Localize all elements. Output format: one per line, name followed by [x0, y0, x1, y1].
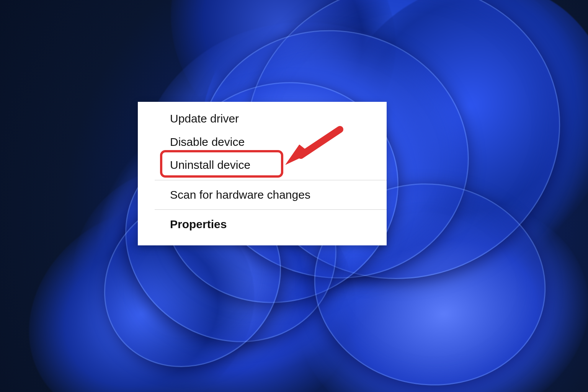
menu-separator [155, 209, 387, 210]
menu-item-update-driver[interactable]: Update driver [138, 107, 387, 131]
desktop-background: Update driver Disable device Uninstall d… [0, 0, 588, 392]
menu-item-disable-device[interactable]: Disable device [138, 131, 387, 154]
menu-separator [155, 180, 387, 180]
menu-item-scan-hardware[interactable]: Scan for hardware changes [138, 183, 387, 207]
menu-item-properties[interactable]: Properties [138, 213, 387, 236]
menu-item-uninstall-device[interactable]: Uninstall device [138, 154, 387, 177]
device-context-menu: Update driver Disable device Uninstall d… [138, 102, 387, 245]
